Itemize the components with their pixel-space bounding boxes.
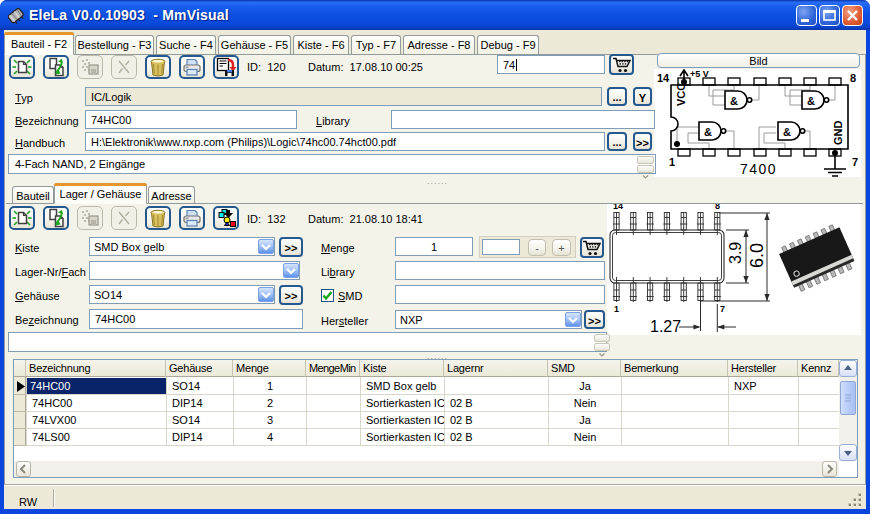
svg-text:&: & bbox=[704, 126, 712, 138]
svg-text:7: 7 bbox=[852, 156, 858, 168]
svg-text:8: 8 bbox=[715, 204, 720, 211]
svg-text:3.9: 3.9 bbox=[727, 242, 744, 264]
svg-text:GND: GND bbox=[832, 121, 844, 146]
svg-text:1: 1 bbox=[669, 156, 675, 168]
svg-text:1.27: 1.27 bbox=[650, 318, 681, 335]
svg-text:14: 14 bbox=[657, 72, 670, 84]
svg-text:&: & bbox=[730, 95, 738, 107]
svg-text:&: & bbox=[783, 126, 791, 138]
svg-text:7: 7 bbox=[720, 304, 725, 314]
svg-text:6.0: 6.0 bbox=[747, 243, 767, 268]
svg-text:VCC: VCC bbox=[675, 83, 687, 106]
svg-text:8: 8 bbox=[850, 72, 856, 84]
svg-text:7400: 7400 bbox=[740, 161, 777, 177]
svg-text:14: 14 bbox=[613, 204, 623, 211]
svg-text:1: 1 bbox=[614, 304, 619, 314]
svg-text:+5 V: +5 V bbox=[690, 69, 709, 79]
svg-text:&: & bbox=[807, 95, 815, 107]
